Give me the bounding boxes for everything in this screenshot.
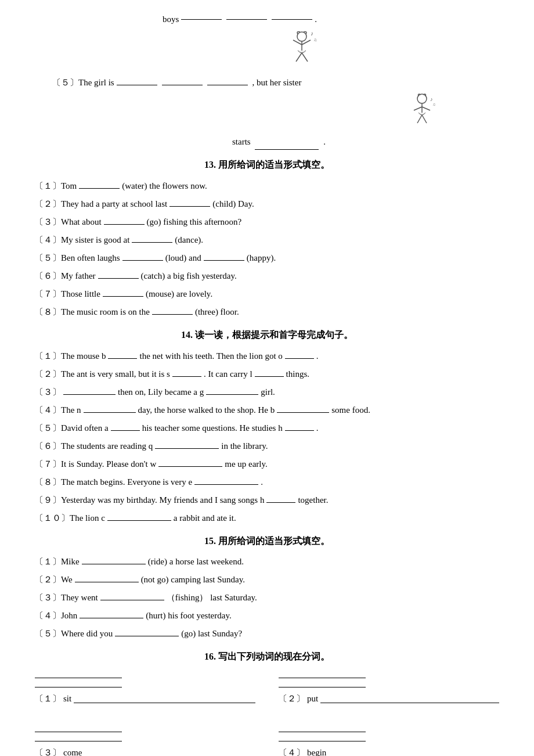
- sec14-text-1b: the net with his teeth. Then the lion go…: [139, 348, 282, 364]
- sec13-hint-6: (catch) a big fish yesterday.: [141, 268, 237, 284]
- sec13-hint-4: (dance).: [175, 232, 203, 248]
- blank-14-4a[interactable]: [84, 412, 136, 413]
- sec13-item-3: 〔３〕 What about (go) fishing this afterno…: [35, 214, 499, 230]
- sec16-lines-3: [35, 724, 255, 741]
- blank-14-2b[interactable]: [255, 376, 284, 377]
- boys-text: boys: [163, 12, 179, 27]
- blank-13-1[interactable]: [79, 188, 120, 189]
- sec14-item-3: 〔３〕 then on, Lily became a g girl.: [35, 384, 499, 400]
- q5-end: , but her sister: [250, 75, 302, 91]
- sec15-item-1: 〔１〕 Mike (ride) a horse last weekend.: [35, 554, 499, 570]
- boys-period: .: [315, 12, 317, 27]
- sec13-item-2: 〔２〕 They had a party at school last (chi…: [35, 196, 499, 212]
- sec16-word-4: begin: [307, 745, 326, 756]
- sec16-line-blank-2b: [279, 679, 366, 687]
- sec13-num-3: 〔３〕: [35, 214, 61, 230]
- blank-13-6[interactable]: [98, 278, 139, 279]
- sec16-word-line-1: 〔１〕 sit: [35, 691, 255, 707]
- blank-q5-2[interactable]: [162, 85, 203, 85]
- blank-14-9[interactable]: [266, 502, 295, 503]
- sec15-hint-2: (not go) camping last Sunday.: [141, 572, 245, 588]
- blank-13-8[interactable]: [152, 314, 193, 315]
- svg-line-11: [422, 107, 430, 110]
- blank-boys-3[interactable]: [272, 19, 312, 20]
- blank-15-3[interactable]: [100, 600, 164, 600]
- sister-image-area: ♪ ♫: [35, 93, 499, 133]
- blank-14-4b[interactable]: [277, 412, 329, 413]
- blank-14-1b[interactable]: [285, 358, 314, 359]
- starts-line: starts .: [35, 134, 499, 150]
- blank-boys-1[interactable]: [181, 19, 222, 20]
- blank-14-7[interactable]: [158, 466, 222, 467]
- sec14-text-9a: Yesterday was my birthday. My friends an…: [61, 492, 264, 508]
- blank-14-8[interactable]: [194, 484, 258, 485]
- blank-boys-2[interactable]: [226, 19, 267, 20]
- svg-line-12: [417, 115, 422, 123]
- blank-14-1a[interactable]: [108, 358, 137, 359]
- sec16-item-3: 〔３〕 come: [35, 724, 255, 756]
- sec15-num-1: 〔１〕: [35, 554, 61, 570]
- blank-starts[interactable]: [255, 149, 319, 150]
- blank-13-3[interactable]: [104, 224, 145, 225]
- svg-point-0: [297, 32, 306, 41]
- sec14-end-9: together.: [298, 492, 328, 508]
- sec15-num-2: 〔２〕: [35, 572, 61, 588]
- blank-14-6[interactable]: [155, 448, 219, 449]
- sec14-end-5: .: [316, 420, 319, 436]
- svg-line-13: [422, 115, 427, 123]
- page-container: boys . ♪ ♫ 〔５〕: [35, 12, 499, 756]
- sec13-item-1: 〔１〕 Tom (water) the flowers now.: [35, 178, 499, 194]
- sec15-header: 15. 用所给词的适当形式填空。: [35, 533, 499, 550]
- blank-16-2[interactable]: [320, 695, 499, 703]
- sec16-num-3: 〔３〕: [35, 745, 61, 756]
- blank-15-2[interactable]: [75, 582, 139, 582]
- blank-13-7[interactable]: [103, 296, 143, 297]
- sec13-header: 13. 用所给词的适当形式填空。: [35, 157, 499, 174]
- sec14-num-9: 〔９〕: [35, 492, 61, 508]
- sec14-text-8a: The match begins. Everyone is very e: [61, 474, 192, 490]
- blank-14-5a[interactable]: [111, 430, 140, 431]
- blank-q5-1[interactable]: [117, 85, 157, 85]
- blank-14-3b[interactable]: [206, 394, 258, 395]
- blank-16-4[interactable]: [329, 749, 499, 756]
- blank-15-5[interactable]: [115, 636, 179, 636]
- sec14-num-6: 〔６〕: [35, 438, 61, 454]
- blank-15-1[interactable]: [82, 564, 146, 564]
- sec16-lines-4: [279, 724, 499, 741]
- sec15-item-2: 〔２〕 We (not go) camping last Sunday.: [35, 572, 499, 588]
- blank-13-2[interactable]: [169, 206, 210, 207]
- blank-13-5a[interactable]: [122, 260, 163, 261]
- blank-16-1[interactable]: [74, 695, 255, 703]
- sec14-text-1a: The mouse b: [61, 348, 106, 364]
- starts-period: .: [323, 137, 326, 146]
- blank-14-2a[interactable]: [172, 376, 201, 377]
- blank-14-5b[interactable]: [285, 430, 314, 431]
- blank-15-4[interactable]: [80, 618, 143, 618]
- blank-14-10[interactable]: [107, 520, 171, 521]
- svg-text:♪: ♪: [311, 30, 313, 37]
- svg-line-4: [296, 53, 302, 62]
- sec14-num-2: 〔２〕: [35, 366, 61, 382]
- sec14-end-10: a rabbit and ate it.: [174, 510, 236, 526]
- blank-16-3[interactable]: [84, 749, 255, 756]
- blank-q5-3[interactable]: [207, 85, 248, 85]
- blank-14-3a[interactable]: [63, 394, 116, 395]
- sec16-word-line-2: 〔２〕 put: [279, 691, 499, 707]
- svg-line-5: [302, 53, 308, 62]
- blank-13-5b[interactable]: [204, 260, 244, 261]
- sec13-num-4: 〔４〕: [35, 232, 61, 248]
- sec14-text-2a: The ant is very small, but it is s: [61, 366, 170, 382]
- sec16-line-blank-3b: [35, 733, 122, 741]
- sec14-num-10: 〔１０〕: [35, 510, 70, 526]
- sec14-item-1: 〔１〕 The mouse b the net with his teeth. …: [35, 348, 499, 364]
- sec14-text-3b: then on, Lily became a g: [118, 384, 204, 400]
- sec15-text-1: Mike: [61, 554, 80, 570]
- starts-text: starts: [232, 137, 251, 146]
- blank-13-4[interactable]: [132, 242, 172, 243]
- girl-image-area: ♪ ♫: [35, 30, 499, 73]
- sec14-end-4: some food.: [331, 402, 370, 418]
- sec13-text-2: They had a party at school last: [61, 196, 167, 212]
- section-16: 16. 写出下列动词的现在分词。 〔１〕 sit: [35, 649, 499, 756]
- q5-line: 〔５〕 The girl is , but her sister: [52, 75, 499, 91]
- sec14-item-2: 〔２〕 The ant is very small, but it is s .…: [35, 366, 499, 382]
